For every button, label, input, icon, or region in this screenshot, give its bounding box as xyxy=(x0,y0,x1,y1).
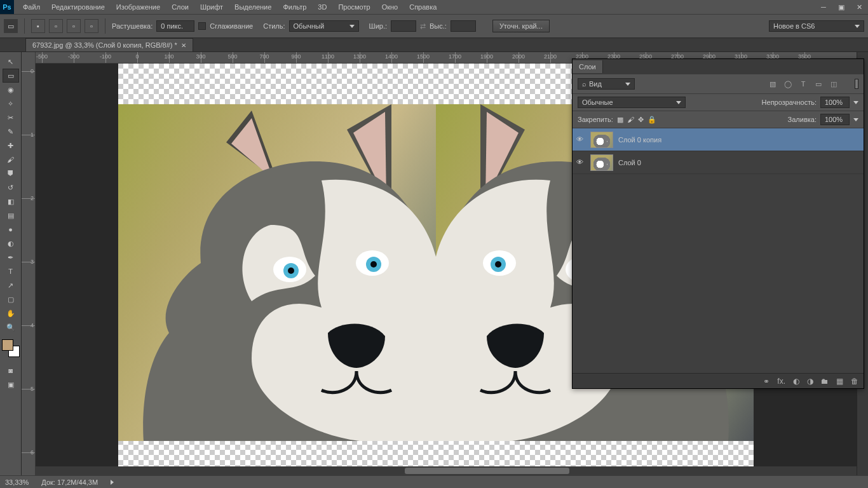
quickmask-icon[interactable]: ◙ xyxy=(3,363,19,377)
menu-edit[interactable]: Редактирование xyxy=(46,1,110,13)
add-mask-icon[interactable]: ◐ xyxy=(793,377,799,386)
delete-layer-icon[interactable]: 🗑 xyxy=(851,377,858,386)
menu-window[interactable]: Окно xyxy=(377,1,403,13)
foreground-color-swatch[interactable] xyxy=(2,339,13,351)
lock-label: Закрепить: xyxy=(578,116,613,123)
feather-input[interactable] xyxy=(156,20,194,32)
document-tab[interactable]: 67932.jpg @ 33,3% (Слой 0 копия, RGB/8#)… xyxy=(25,38,193,51)
history-brush-tool-icon[interactable]: ↺ xyxy=(3,180,19,194)
lasso-tool-icon[interactable]: ◉ xyxy=(3,83,19,97)
swap-wh-icon[interactable]: ⇄ xyxy=(420,22,426,30)
menu-image[interactable]: Изображение xyxy=(111,1,165,13)
text-tool-icon[interactable]: T xyxy=(3,264,19,278)
filter-text-icon[interactable]: T xyxy=(799,79,808,88)
lock-all-icon[interactable]: 🔒 xyxy=(648,116,656,124)
eyedropper-tool-icon[interactable]: ✎ xyxy=(3,125,19,139)
layer-item[interactable]: 👁 Слой 0 копия xyxy=(573,128,864,151)
titlebar: Ps Файл Редактирование Изображение Слои … xyxy=(0,0,868,14)
horizontal-scrollbar[interactable] xyxy=(36,466,857,475)
window-buttons: ─ ▣ ✕ xyxy=(815,0,868,14)
pen-tool-icon[interactable]: ✒ xyxy=(3,250,19,264)
blur-tool-icon[interactable]: ● xyxy=(3,222,19,236)
filter-smart-icon[interactable]: ◫ xyxy=(829,79,838,88)
status-menu-icon[interactable] xyxy=(111,480,114,485)
options-bar: ▭ ▪ ▫ ▫ ▫ Растушевка: Сглаживание Стиль:… xyxy=(0,14,868,38)
layers-panel[interactable]: Слои ⌕ Вид ▧ ◯ T ▭ ◫ Обычные Непрозрачно… xyxy=(572,58,864,389)
layers-tab[interactable]: Слои xyxy=(573,60,603,73)
shape-tool-icon[interactable]: ▢ xyxy=(3,292,19,306)
style-label: Стиль: xyxy=(263,22,285,30)
close-button[interactable]: ✕ xyxy=(850,0,868,14)
scrollbar-thumb[interactable] xyxy=(405,468,569,474)
lock-transparent-icon[interactable]: ▩ xyxy=(617,116,623,124)
menu-type[interactable]: Шрифт xyxy=(195,1,228,13)
lock-pixels-icon[interactable]: 🖌 xyxy=(627,116,634,123)
filter-pixel-icon[interactable]: ▧ xyxy=(768,79,777,88)
selection-new-icon[interactable]: ▪ xyxy=(31,19,45,33)
menu-filter[interactable]: Фильтр xyxy=(278,1,311,13)
layers-panel-tabs: Слои xyxy=(573,59,864,74)
antialias-checkbox[interactable] xyxy=(198,22,206,30)
layer-filter-dropdown[interactable]: ⌕ Вид xyxy=(578,78,635,90)
fill-slider-icon[interactable] xyxy=(853,118,858,121)
menu-3d[interactable]: 3D xyxy=(313,1,332,13)
layer-name[interactable]: Слой 0 копия xyxy=(618,136,661,144)
workspace-dropdown[interactable]: Новое в CS6 xyxy=(769,20,864,32)
crop-tool-icon[interactable]: ✂ xyxy=(3,111,19,125)
zoom-tool-icon[interactable]: 🔍 xyxy=(3,320,19,334)
menu-view[interactable]: Просмотр xyxy=(333,1,375,13)
layer-item[interactable]: 👁 Слой 0 xyxy=(573,151,864,174)
menu-layers[interactable]: Слои xyxy=(166,1,194,13)
filter-shape-icon[interactable]: ▭ xyxy=(814,79,823,88)
heal-tool-icon[interactable]: ✚ xyxy=(3,139,19,152)
opacity-slider-icon[interactable] xyxy=(853,101,858,104)
link-layers-icon[interactable]: ⚭ xyxy=(763,377,770,386)
selection-subtract-icon[interactable]: ▫ xyxy=(67,19,81,33)
lock-position-icon[interactable]: ✥ xyxy=(638,116,644,124)
width-label: Шир.: xyxy=(369,22,387,30)
brush-tool-icon[interactable]: 🖌 xyxy=(3,152,19,166)
eraser-tool-icon[interactable]: ◧ xyxy=(3,194,19,208)
visibility-icon[interactable]: 👁 xyxy=(576,135,585,144)
doc-size[interactable]: Док: 17,2M/44,3M xyxy=(41,478,98,486)
color-swatches[interactable] xyxy=(2,339,20,357)
screenmode-icon[interactable]: ▣ xyxy=(3,377,19,391)
opacity-input[interactable] xyxy=(820,97,850,108)
hand-tool-icon[interactable]: ✋ xyxy=(3,306,19,320)
layer-name[interactable]: Слой 0 xyxy=(618,159,641,166)
layer-thumbnail[interactable] xyxy=(590,154,613,171)
path-select-tool-icon[interactable]: ↗ xyxy=(3,278,19,292)
visibility-icon[interactable]: 👁 xyxy=(576,158,585,167)
wand-tool-icon[interactable]: ✧ xyxy=(3,97,19,111)
minimize-button[interactable]: ─ xyxy=(815,0,832,14)
selection-add-icon[interactable]: ▫ xyxy=(49,19,63,33)
document-tab-label: 67932.jpg @ 33,3% (Слой 0 копия, RGB/8#)… xyxy=(32,41,177,49)
dodge-tool-icon[interactable]: ◐ xyxy=(3,236,19,250)
width-input[interactable] xyxy=(391,20,416,32)
blend-mode-dropdown[interactable]: Обычные xyxy=(578,97,686,108)
document-tab-close-icon[interactable]: ✕ xyxy=(181,42,186,49)
fill-input[interactable] xyxy=(820,114,850,125)
filter-adjust-icon[interactable]: ◯ xyxy=(783,79,792,88)
new-group-icon[interactable]: 🖿 xyxy=(821,377,829,386)
adjustment-layer-icon[interactable]: ◑ xyxy=(807,377,813,386)
zoom-level[interactable]: 33,33% xyxy=(5,478,29,486)
new-layer-icon[interactable]: ▦ xyxy=(836,377,843,386)
menu-select[interactable]: Выделение xyxy=(229,1,276,13)
layer-thumbnail[interactable] xyxy=(590,132,613,148)
filter-toggle[interactable] xyxy=(855,79,858,89)
fx-icon[interactable]: fx. xyxy=(777,377,785,386)
maximize-button[interactable]: ▣ xyxy=(832,0,850,14)
stamp-tool-icon[interactable]: ⛊ xyxy=(3,166,19,180)
height-input[interactable] xyxy=(451,20,476,32)
style-dropdown[interactable]: Обычный xyxy=(289,20,359,32)
gradient-tool-icon[interactable]: ▤ xyxy=(3,208,19,222)
marquee-tool-icon[interactable]: ▭ xyxy=(3,69,19,83)
move-tool-icon[interactable]: ↖ xyxy=(3,55,19,69)
selection-intersect-icon[interactable]: ▫ xyxy=(85,19,98,33)
main-menu: Файл Редактирование Изображение Слои Шри… xyxy=(18,1,442,13)
refine-edge-button[interactable]: Уточн. край... xyxy=(492,20,550,32)
menu-help[interactable]: Справка xyxy=(404,1,442,13)
menu-file[interactable]: Файл xyxy=(18,1,45,13)
current-tool-icon[interactable]: ▭ xyxy=(4,19,18,33)
